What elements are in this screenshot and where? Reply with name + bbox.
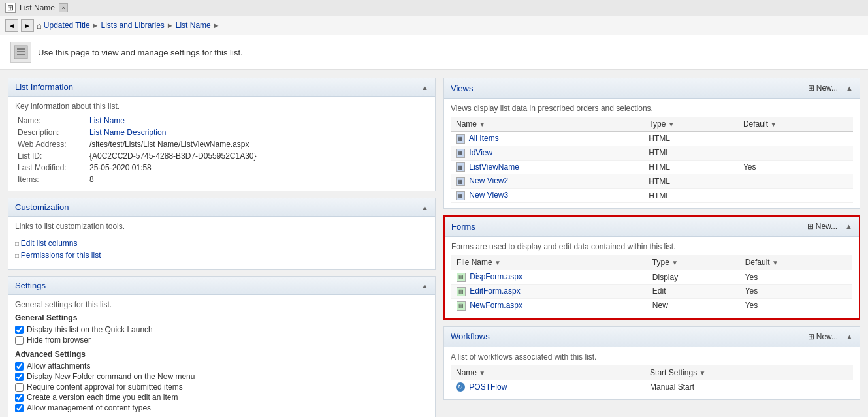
hide-browser-label: Hide from browser: [27, 335, 91, 345]
workflows-desc: A list of workflows associated with this…: [451, 352, 853, 362]
advanced-settings-title: Advanced Settings: [15, 350, 428, 359]
title-bar: ⊞ List Name ×: [0, 0, 868, 16]
settings-header: Settings ▲: [8, 277, 435, 295]
table-row: ▦ New View3 HTML: [451, 189, 853, 203]
content-approval-label: Require content approval for submitted i…: [27, 382, 183, 392]
workflows-collapse[interactable]: ▲: [846, 333, 853, 341]
desc-link[interactable]: List Name Description: [89, 128, 166, 137]
forms-section: Forms ⊞ New... ▲ Forms are used to displ…: [443, 215, 860, 319]
breadcrumb-list-name[interactable]: List Name: [176, 21, 211, 30]
view-name-cell: ▦ New View2: [451, 174, 643, 189]
checkbox-quick-launch: Display this list on the Quick Launch: [15, 325, 428, 334]
field-label: List ID:: [15, 150, 87, 162]
list-info-collapse[interactable]: ▲: [421, 84, 428, 91]
view-name-cell: ▦ IdView: [451, 146, 643, 160]
workflows-table: Name ▼ Start Settings ▼ ↻ POSTFlow Manua…: [451, 365, 853, 395]
permissions-link[interactable]: Permissions for this list: [21, 251, 101, 260]
forms-col-default[interactable]: Default ▼: [740, 255, 852, 270]
workflows-title: Workflows: [451, 332, 490, 341]
list-info-section: List Information ▲ Key information about…: [8, 78, 436, 191]
name-link[interactable]: List Name: [89, 116, 125, 125]
back-button[interactable]: ◄: [5, 19, 18, 32]
versioning-label: Create a version each time you edit an i…: [27, 393, 178, 402]
table-row: Description: List Name Description: [15, 127, 428, 138]
forms-table: File Name ▼ Type ▼ Default ▼ ▤ DispForm.…: [451, 255, 852, 313]
form-name-cell: ▤ EditForm.aspx: [451, 284, 647, 298]
quick-launch-checkbox[interactable]: [15, 326, 24, 334]
form-icon: ▤: [457, 301, 466, 311]
tab-close-button[interactable]: ×: [59, 3, 68, 12]
customization-links: Edit list columns Permissions for this l…: [15, 235, 428, 264]
views-col-name[interactable]: Name ▼: [451, 117, 643, 132]
table-row: ▤ NewForm.aspx New Yes: [451, 298, 852, 313]
table-row: Items: 8: [15, 174, 428, 185]
content-types-checkbox[interactable]: [15, 404, 24, 412]
views-col-type[interactable]: Type ▼: [643, 117, 738, 132]
sort-icon: ▼: [479, 121, 485, 128]
customization-body: Links to list customization tools. Edit …: [8, 217, 435, 269]
new-icon: ⊞: [807, 222, 814, 231]
content-approval-checkbox[interactable]: [15, 383, 24, 392]
forms-new-button[interactable]: ⊞ New...: [805, 221, 840, 232]
workflow-icon: ↻: [456, 382, 465, 392]
workflows-col-name[interactable]: Name ▼: [451, 365, 645, 380]
quick-launch-label: Display this list on the Quick Launch: [27, 325, 153, 334]
views-header: Views ⊞ New... ▲: [444, 78, 860, 99]
view-default-cell: [738, 146, 853, 160]
form-default-cell: Yes: [740, 284, 852, 298]
view-type-cell: HTML: [643, 160, 738, 174]
breadcrumb-lists-libraries[interactable]: Lists and Libraries: [101, 21, 164, 30]
checkbox-hide-browser: Hide from browser: [15, 335, 428, 345]
view-default-cell: [738, 174, 853, 189]
new-icon: ⊞: [808, 332, 814, 341]
view-name-link[interactable]: All Items: [469, 134, 499, 143]
checkbox-content-types: Allow management of content types: [15, 403, 428, 412]
forms-desc: Forms are used to display and edit data …: [451, 242, 852, 251]
breadcrumb-updated-title[interactable]: Updated Title: [44, 21, 90, 30]
view-type-cell: HTML: [643, 146, 738, 160]
view-name-link[interactable]: New View2: [469, 176, 508, 185]
settings-collapse[interactable]: ▲: [421, 282, 428, 290]
workflow-name-link[interactable]: POSTFlow: [469, 382, 507, 392]
settings-desc: General settings for this list.: [15, 300, 428, 309]
views-collapse[interactable]: ▲: [846, 84, 853, 92]
attachments-checkbox[interactable]: [15, 362, 24, 371]
form-name-link[interactable]: NewForm.aspx: [470, 301, 522, 310]
nav-bar: ◄ ► ⌂ Updated Title ► Lists and Librarie…: [0, 16, 868, 35]
form-name-cell: ▤ NewForm.aspx: [451, 298, 647, 313]
views-new-label: New...: [816, 84, 838, 93]
views-table: Name ▼ Type ▼ Default ▼ ▦ All Items HTML…: [451, 117, 853, 203]
hide-browser-checkbox[interactable]: [15, 336, 24, 345]
right-panel: Views ⊞ New... ▲ Views display list data…: [443, 78, 860, 417]
field-value: List Name: [87, 115, 428, 127]
view-name-cell: ▦ ListViewName: [451, 160, 643, 174]
forms-header-right: ⊞ New... ▲: [805, 221, 852, 232]
forward-button[interactable]: ►: [21, 19, 34, 32]
table-row: Name: List Name: [15, 115, 428, 127]
view-name-link[interactable]: IdView: [469, 148, 492, 157]
customization-collapse[interactable]: ▲: [421, 204, 428, 211]
view-icon: ▦: [456, 134, 465, 144]
new-folder-checkbox[interactable]: [15, 373, 24, 381]
form-type-cell: Display: [647, 270, 740, 285]
field-value: /sites/test/Lists/List Name/ListViewName…: [87, 138, 428, 150]
forms-header: Forms ⊞ New... ▲: [445, 217, 859, 237]
form-name-link[interactable]: EditForm.aspx: [470, 286, 520, 296]
list-info-table: Name: List Name Description: List Name D…: [15, 115, 428, 185]
versioning-checkbox[interactable]: [15, 394, 24, 402]
page-header: Use this page to view and manage setting…: [0, 35, 868, 70]
forms-col-filename[interactable]: File Name ▼: [451, 255, 647, 270]
edit-columns-link[interactable]: Edit list columns: [21, 239, 78, 248]
forms-collapse[interactable]: ▲: [845, 223, 852, 230]
views-new-button[interactable]: ⊞ New...: [805, 82, 841, 94]
workflows-col-start[interactable]: Start Settings ▼: [645, 365, 853, 380]
view-name-link[interactable]: ListViewName: [469, 162, 519, 172]
views-col-default[interactable]: Default ▼: [738, 117, 853, 132]
svg-rect-0: [14, 46, 27, 59]
view-name-link[interactable]: New View3: [469, 191, 508, 200]
field-label: Description:: [15, 127, 87, 138]
workflows-new-button[interactable]: ⊞ New...: [805, 331, 841, 343]
form-name-link[interactable]: DispForm.aspx: [470, 272, 522, 281]
workflow-start-cell: Manual Start: [645, 380, 853, 394]
forms-col-type[interactable]: Type ▼: [647, 255, 740, 270]
